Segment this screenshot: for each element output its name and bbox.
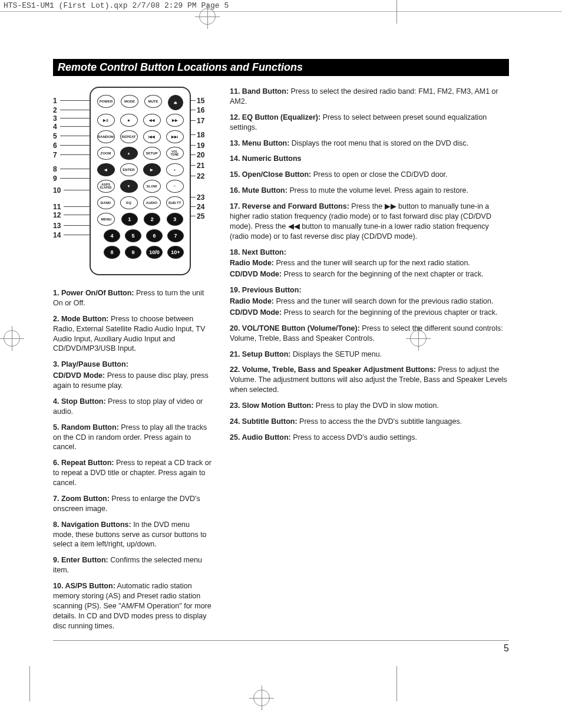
num-10-plus: 10+ [167, 246, 184, 259]
voltone-button: VOL TONE [166, 147, 184, 160]
description-item: 13. Menu Button: Displays the root menu … [230, 139, 509, 149]
eq-button: EQ [120, 196, 138, 209]
content-columns: 1 2 3 4 5 6 7 8 9 10 11 12 13 14 15 16 1… [53, 87, 509, 637]
item-title: 4. Stop Button: [53, 397, 106, 406]
item-subline: CD/DVD Mode: Press to pause disc play, p… [53, 371, 212, 391]
item-title: 9. Enter Button: [53, 556, 108, 564]
description-item: 7. Zoom Button: Press to enlarge the DVD… [53, 494, 212, 514]
callout-6: 6 [53, 141, 57, 150]
description-item: 10. AS/PS Button: Automatic radio statio… [53, 581, 212, 631]
callout-21: 21 [197, 161, 204, 170]
leader-line [60, 145, 91, 146]
callout-24: 24 [197, 202, 204, 212]
description-item: 23. Slow Motion Button: Press to play th… [230, 401, 509, 411]
left-items-list: 1. Power On/Of Button: Press to turn the… [53, 288, 212, 631]
right-items-list: 11. Band Button: Press to select the des… [230, 87, 509, 443]
num-4: 4 [104, 229, 120, 242]
zoom-button: ZOOM [97, 147, 115, 160]
description-item: 11. Band Button: Press to select the des… [230, 87, 509, 107]
repeat-button: REPEAT [120, 130, 138, 143]
item-title: 23. Slow Motion Button: [230, 401, 313, 410]
num-6: 6 [146, 229, 163, 242]
item-title: 16. Mute Button: [230, 186, 287, 195]
prepress-slug: HTS-ES1-UM1 (First Lot).qxp 2/7/08 2:29 … [0, 0, 562, 12]
item-title: 2. Mode Button: [53, 315, 108, 323]
left-column: 1 2 3 4 5 6 7 8 9 10 11 12 13 14 15 16 1… [53, 87, 212, 637]
description-item: 14. Numeric Buttons [230, 154, 509, 164]
item-title: 8. Navigation Buttons: [53, 521, 131, 529]
callout-8: 8 [53, 164, 57, 174]
num-8: 8 [104, 246, 120, 259]
item-sub-title: CD/DVD Mode: [230, 308, 282, 317]
callout-20: 20 [197, 150, 204, 160]
page-number: 5 [53, 640, 509, 654]
description-item: 15. Open/Close Button: Press to open or … [230, 170, 509, 180]
description-item: 20. VOL/TONE Button (Volume/Tone): Press… [230, 324, 509, 344]
setup-button: SETUP [143, 147, 161, 160]
item-title: 13. Menu Button: [230, 139, 289, 147]
remote-row: BAND EQ AUDIO SUB.TT [94, 196, 186, 209]
description-item: 22. Volume, Treble, Bass and Speaker Adj… [230, 365, 509, 395]
callout-22: 22 [197, 172, 204, 181]
nav-right-button: ▶ [143, 163, 161, 176]
description-item: 17. Reverse and Forward Buttons: Press t… [230, 202, 509, 242]
description-item: 25. Audio Button: Press to access DVD's … [230, 433, 509, 443]
remote-row: ◀ ENTER ▶ + [94, 163, 186, 176]
callout-17: 17 [197, 116, 204, 126]
subtitle-button: SUB.TT [166, 196, 184, 209]
next-button: ▶▶| [166, 130, 184, 143]
callout-25: 25 [197, 212, 204, 221]
remote-row: POWER MODE MUTE ⏏ [94, 95, 186, 110]
callout-14: 14 [53, 230, 61, 240]
item-title: 18. Next Button: [230, 248, 286, 256]
crop-mark [29, 666, 30, 677]
item-title: 11. Band Button: [230, 87, 289, 95]
num-10-0: 10/0 [146, 246, 163, 259]
mode-button: MODE [121, 95, 138, 108]
callout-19: 19 [197, 141, 204, 150]
asps-button: AS/PS ELAPSE [97, 180, 115, 193]
num-7: 7 [167, 229, 184, 242]
remote-diagram: 1 2 3 4 5 6 7 8 9 10 11 12 13 14 15 16 1… [53, 87, 212, 275]
item-title: 1. Power On/Of Button: [53, 289, 134, 297]
item-title: 14. Numeric Buttons [230, 154, 302, 163]
num-1: 1 [121, 213, 138, 226]
callout-9: 9 [53, 174, 57, 183]
description-item: 21. Setup Button: Displays the SETUP men… [230, 350, 509, 360]
callout-7: 7 [53, 150, 57, 160]
item-title: 3. Play/Pause Button: [53, 360, 128, 368]
power-button: POWER [97, 95, 115, 108]
description-item: 3. Play/Pause Button:CD/DVD Mode: Press … [53, 360, 212, 391]
item-title: 15. Open/Close Button: [230, 170, 311, 179]
audio-button: AUDIO [143, 196, 161, 209]
callout-1: 1 [53, 96, 57, 106]
plus-button: + [166, 163, 184, 176]
remote-body: POWER MODE MUTE ⏏ ▶|| ■ ◀◀ ▶▶ RANDOM REP… [90, 87, 191, 275]
nav-down-button: ▼ [120, 180, 138, 193]
remote-row: MENU 1 2 3 [94, 213, 186, 226]
item-subline: CD/DVD Mode: Press to search for the beg… [230, 308, 509, 318]
callout-23: 23 [197, 193, 204, 202]
item-title: 19. Previous Button: [230, 286, 302, 294]
fastforward-button: ▶▶ [166, 114, 184, 127]
item-subline: CD/DVD Mode: Press to search for the beg… [230, 269, 509, 279]
item-title: 24. Subtitle Button: [230, 417, 297, 426]
num-3: 3 [167, 213, 183, 226]
num-9: 9 [125, 246, 141, 259]
right-column: 11. Band Button: Press to select the des… [230, 87, 509, 637]
description-item: 6. Repeat Button: Press to repeat a CD t… [53, 458, 212, 488]
leader-line [60, 110, 91, 110]
nav-up-button: ▲ [120, 147, 138, 160]
description-item: 16. Mute Button: Press to mute the volum… [230, 186, 509, 196]
minus-button: − [166, 180, 184, 193]
description-item: 8. Navigation Buttons: In the DVD menu m… [53, 520, 212, 550]
band-button: BAND [97, 196, 115, 209]
description-item: 24. Subtitle Button: Press to access the… [230, 417, 509, 427]
prev-button: |◀◀ [143, 130, 161, 143]
description-item: 19. Previous Button:Radio Mode: Press an… [230, 285, 509, 318]
item-subline: Radio Mode: Press and the tuner will sea… [230, 258, 509, 268]
crop-mark [396, 666, 397, 677]
remote-row: 4 5 6 7 [94, 229, 186, 242]
section-title: Remote Control Button Locations and Func… [53, 59, 509, 76]
random-button: RANDOM [97, 130, 115, 143]
